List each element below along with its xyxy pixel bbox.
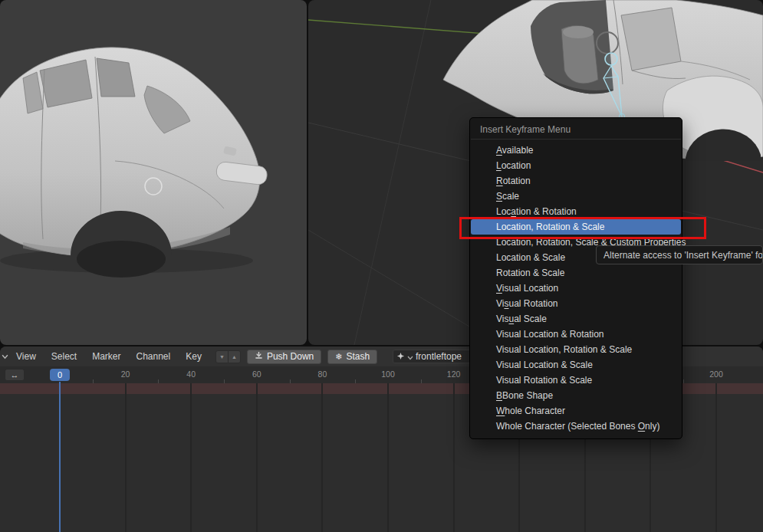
menu-item-rotation-scale[interactable]: Rotation & Scale xyxy=(471,265,681,281)
menu-channel[interactable]: Channel xyxy=(129,346,179,366)
frame-label-200: 200 xyxy=(709,369,723,379)
menu-item-rotation[interactable]: Rotation xyxy=(471,173,681,189)
action-datablock-selector[interactable]: frontleftope xyxy=(393,350,472,363)
blender-window: ViewSelectMarkerChannelKey ▼ ▲ Push Down… xyxy=(0,0,763,532)
channel-move-buttons: ▼ ▲ xyxy=(215,350,241,363)
menu-marker[interactable]: Marker xyxy=(84,346,128,366)
menu-item-visual-rotation-scale[interactable]: Visual Rotation & Scale xyxy=(471,373,681,388)
menu-item-visual-location-rotation[interactable]: Visual Location & Rotation xyxy=(471,327,681,342)
push-down-button[interactable]: Push Down xyxy=(247,350,321,364)
menu-item-visual-rotation[interactable]: Visual Rotation xyxy=(471,296,681,311)
keyframe-menu-items: AvailableLocationRotationScaleLocation &… xyxy=(470,143,682,434)
push-down-label: Push Down xyxy=(267,351,314,362)
grid-line xyxy=(354,0,431,345)
menu-item-available[interactable]: Available xyxy=(471,143,681,158)
tooltip-text: Alternate access to 'Insert Keyframe' fo… xyxy=(603,250,763,261)
viewport-left[interactable] xyxy=(0,0,307,345)
frame-label-40: 40 xyxy=(186,369,196,379)
frame-label-80: 80 xyxy=(318,369,327,379)
action-dropdown-chevron-icon xyxy=(407,350,413,363)
frame-label-60: 60 xyxy=(252,369,261,379)
action-name: frontleftope xyxy=(416,351,462,362)
tooltip: Alternate access to 'Insert Keyframe' fo… xyxy=(596,245,763,264)
menu-item-bbone-shape[interactable]: BBone Shape xyxy=(471,388,681,403)
editor-type-chevron-icon[interactable] xyxy=(2,354,8,360)
menu-view[interactable]: View xyxy=(8,346,44,366)
playhead-line[interactable] xyxy=(59,382,61,532)
menu-separator xyxy=(471,139,681,140)
car-model-left xyxy=(0,0,307,345)
horizontal-resize-icon[interactable]: ↔ xyxy=(5,369,25,381)
frame-label-20: 20 xyxy=(121,369,130,379)
frame-gridline-20 xyxy=(125,383,127,532)
frame-gridline-80 xyxy=(321,383,323,532)
frame-label-120: 120 xyxy=(447,369,461,379)
annotation-red-rectangle xyxy=(459,217,706,239)
frame-gridline-200 xyxy=(715,383,717,532)
menu-item-whole-character[interactable]: Whole Character xyxy=(471,403,681,419)
menu-select[interactable]: Select xyxy=(44,346,84,366)
dopesheet-menubar: ViewSelectMarkerChannelKey xyxy=(8,346,209,366)
action-icon xyxy=(396,350,405,363)
move-down-button[interactable]: ▼ xyxy=(215,350,229,363)
menu-item-visual-location-scale[interactable]: Visual Location & Scale xyxy=(471,357,681,373)
frame-label-100: 100 xyxy=(381,369,395,379)
snowflake-icon: ❄ xyxy=(335,352,342,362)
current-frame-badge[interactable]: 0 xyxy=(50,369,70,381)
menu-item-whole-character-selected-bones-only[interactable]: Whole Character (Selected Bones Only) xyxy=(471,419,681,434)
insert-keyframe-menu: Insert Keyframe Menu AvailableLocationRo… xyxy=(469,117,682,439)
push-down-icon xyxy=(255,351,263,362)
menu-item-location[interactable]: Location xyxy=(471,158,681,173)
menu-item-visual-location[interactable]: Visual Location xyxy=(471,281,681,296)
frame-gridline-120 xyxy=(453,383,455,532)
move-up-button[interactable]: ▲ xyxy=(228,350,241,363)
frame-gridline-60 xyxy=(256,383,258,532)
menu-title: Insert Keyframe Menu xyxy=(470,118,682,139)
menu-key[interactable]: Key xyxy=(178,346,209,366)
frame-gridline-40 xyxy=(190,383,192,532)
stash-label: Stash xyxy=(346,351,370,362)
stash-button[interactable]: ❄ Stash xyxy=(327,350,377,364)
menu-item-visual-scale[interactable]: Visual Scale xyxy=(471,311,681,327)
menu-item-scale[interactable]: Scale xyxy=(471,189,681,204)
menu-item-visual-location-rotation-scale[interactable]: Visual Location, Rotation & Scale xyxy=(471,342,681,357)
frame-gridline-100 xyxy=(387,383,389,532)
